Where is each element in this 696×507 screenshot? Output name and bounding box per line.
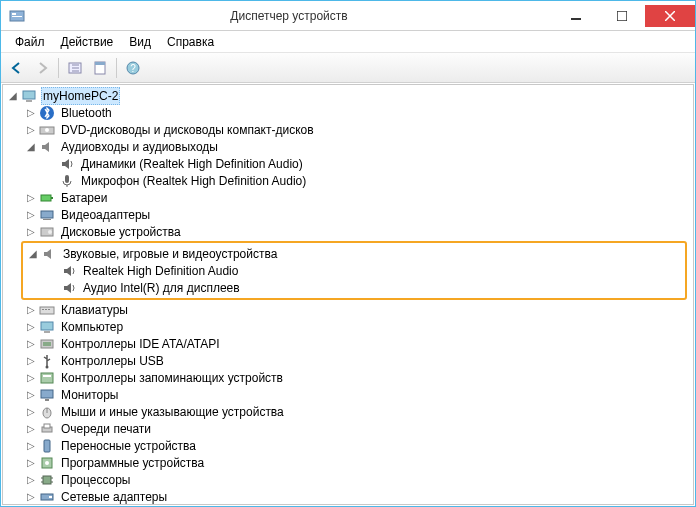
show-hidden-button[interactable] [63, 56, 87, 80]
usb-icon [39, 353, 55, 369]
category-label: Переносные устройства [59, 438, 198, 454]
mouse-icon [39, 404, 55, 420]
close-button[interactable] [645, 5, 695, 27]
device-intel-display-audio[interactable]: ▷ Аудио Intel(R) для дисплеев [23, 279, 685, 296]
expand-icon[interactable]: ▷ [25, 107, 37, 119]
svg-rect-16 [26, 100, 32, 102]
collapse-icon[interactable]: ◢ [25, 141, 37, 153]
menubar: Файл Действие Вид Справка [1, 31, 695, 53]
expand-icon[interactable]: ▷ [25, 321, 37, 333]
category-label: Дисковые устройства [59, 224, 183, 240]
category-label: Сетевые адаптеры [59, 489, 169, 505]
category-batteries[interactable]: ▷ Батареи [5, 189, 693, 206]
help-button[interactable]: ? [121, 56, 145, 80]
category-label: Аудиовходы и аудиовыходы [59, 139, 220, 155]
device-tree: ◢ myHomePC-2 ▷ Bluetooth ▷ DVD-дисководы… [3, 85, 693, 505]
svg-rect-29 [42, 309, 44, 310]
expand-icon[interactable]: ▷ [25, 124, 37, 136]
expand-icon[interactable]: ▷ [25, 491, 37, 503]
category-network[interactable]: ▷ Сетевые адаптеры [5, 488, 693, 505]
expand-icon[interactable]: ▷ [25, 209, 37, 221]
svg-point-47 [45, 461, 49, 465]
expand-icon[interactable]: ▷ [25, 457, 37, 469]
category-portable[interactable]: ▷ Переносные устройства [5, 437, 693, 454]
category-usb[interactable]: ▷ Контроллеры USB [5, 352, 693, 369]
expand-icon[interactable]: ▷ [25, 406, 37, 418]
category-ide[interactable]: ▷ Контроллеры IDE ATA/ATAPI [5, 335, 693, 352]
category-disk-drives[interactable]: ▷ Дисковые устройства [5, 223, 693, 240]
category-display-adapters[interactable]: ▷ Видеоадаптеры [5, 206, 693, 223]
category-bluetooth[interactable]: ▷ Bluetooth [5, 104, 693, 121]
svg-rect-4 [617, 11, 627, 21]
svg-rect-38 [43, 375, 51, 377]
menu-file[interactable]: Файл [7, 33, 53, 51]
device-label: Динамики (Realtek High Definition Audio) [79, 156, 305, 172]
properties-button[interactable] [88, 56, 112, 80]
category-processors[interactable]: ▷ Процессоры [5, 471, 693, 488]
svg-rect-23 [51, 197, 53, 199]
device-speakers[interactable]: ▷ Динамики (Realtek High Definition Audi… [5, 155, 693, 172]
category-label: Процессоры [59, 472, 133, 488]
category-label: Мониторы [59, 387, 120, 403]
svg-rect-45 [44, 440, 50, 452]
svg-rect-12 [95, 62, 105, 65]
category-storage-controllers[interactable]: ▷ Контроллеры запоминающих устройств [5, 369, 693, 386]
back-button[interactable] [5, 56, 29, 80]
disc-drive-icon [39, 122, 55, 138]
expand-icon[interactable]: ▷ [25, 338, 37, 350]
category-audio-io[interactable]: ◢ Аудиовходы и аудиовыходы [5, 138, 693, 155]
svg-rect-40 [45, 399, 49, 401]
collapse-icon[interactable]: ◢ [27, 248, 39, 260]
category-print-queues[interactable]: ▷ Очереди печати [5, 420, 693, 437]
category-monitors[interactable]: ▷ Мониторы [5, 386, 693, 403]
category-mice[interactable]: ▷ Мыши и иные указывающие устройства [5, 403, 693, 420]
collapse-icon[interactable]: ◢ [7, 90, 19, 102]
expand-icon[interactable]: ▷ [25, 440, 37, 452]
maximize-button[interactable] [599, 5, 645, 27]
expand-icon[interactable]: ▷ [25, 355, 37, 367]
expand-icon[interactable]: ▷ [25, 423, 37, 435]
ide-icon [39, 336, 55, 352]
root-node[interactable]: ◢ myHomePC-2 [5, 87, 693, 104]
window-title: Диспетчер устройств [25, 9, 553, 23]
category-keyboards[interactable]: ▷ Клавиатуры [5, 301, 693, 318]
expand-icon[interactable]: ▷ [25, 389, 37, 401]
category-label: Контроллеры запоминающих устройств [59, 370, 285, 386]
svg-rect-15 [23, 91, 35, 99]
expand-icon[interactable]: ▷ [25, 372, 37, 384]
device-realtek-hd[interactable]: ▷ Realtek High Definition Audio [23, 262, 685, 279]
svg-rect-33 [44, 331, 50, 333]
svg-rect-35 [43, 342, 51, 346]
category-label: Батареи [59, 190, 109, 206]
display-adapter-icon [39, 207, 55, 223]
expand-icon[interactable]: ▷ [25, 474, 37, 486]
battery-icon [39, 190, 55, 206]
menu-help[interactable]: Справка [159, 33, 222, 51]
category-software[interactable]: ▷ Программные устройства [5, 454, 693, 471]
forward-button[interactable] [30, 56, 54, 80]
menu-view[interactable]: Вид [121, 33, 159, 51]
network-adapter-icon [39, 489, 55, 505]
category-dvd[interactable]: ▷ DVD-дисководы и дисководы компакт-диск… [5, 121, 693, 138]
svg-rect-20 [65, 175, 69, 183]
svg-rect-28 [40, 307, 54, 314]
svg-rect-24 [41, 211, 53, 218]
category-sound-devices[interactable]: ◢ Звуковые, игровые и видеоустройства [23, 245, 685, 262]
toolbar: ? [1, 53, 695, 83]
menu-action[interactable]: Действие [53, 33, 122, 51]
speaker-icon [59, 156, 75, 172]
device-tree-panel[interactable]: ◢ myHomePC-2 ▷ Bluetooth ▷ DVD-дисководы… [2, 84, 694, 505]
expand-icon[interactable]: ▷ [25, 192, 37, 204]
minimize-button[interactable] [553, 5, 599, 27]
keyboard-icon [39, 302, 55, 318]
storage-controller-icon [39, 370, 55, 386]
portable-device-icon [39, 438, 55, 454]
category-computer[interactable]: ▷ Компьютер [5, 318, 693, 335]
speaker-icon [61, 263, 77, 279]
sound-device-icon [41, 246, 57, 262]
expand-icon[interactable]: ▷ [25, 304, 37, 316]
root-label: myHomePC-2 [41, 87, 120, 105]
expand-icon[interactable]: ▷ [25, 226, 37, 238]
device-microphone[interactable]: ▷ Микрофон (Realtek High Definition Audi… [5, 172, 693, 189]
svg-text:?: ? [130, 63, 136, 74]
